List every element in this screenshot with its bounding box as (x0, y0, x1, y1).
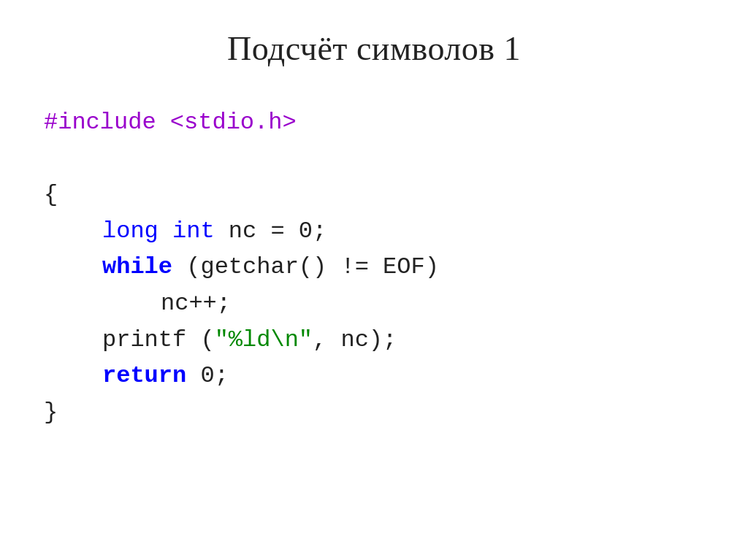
keyword-long: long (102, 218, 172, 245)
line-blank1 (44, 141, 439, 177)
keyword-while: while (102, 253, 172, 280)
line-include: #include <stdio.h> (44, 104, 439, 141)
close-brace: } (44, 399, 58, 426)
keyword-int: int (172, 218, 215, 245)
line-while: while (getchar() != EOF) (44, 249, 439, 285)
code-block: #include <stdio.h> { long int nc = 0; wh… (44, 104, 439, 430)
line-long-int: long int nc = 0; (44, 213, 439, 250)
line-close-brace: } (44, 394, 439, 431)
open-brace: { (44, 181, 58, 208)
nc-increment: nc++; (161, 290, 231, 317)
var-nc-decl: nc = 0; (215, 218, 327, 245)
while-condition: (getchar() != EOF) (172, 253, 439, 280)
printf-format-string: "%ld\n" (215, 326, 313, 353)
return-value: 0; (186, 362, 229, 389)
line-return: return 0; (44, 358, 439, 394)
printf-call-start: printf ( (102, 326, 215, 353)
line-printf: printf ("%ld\n", nc); (44, 322, 439, 358)
keyword-return: return (102, 362, 186, 389)
line-open-brace: { (44, 177, 439, 213)
page-title: Подсчёт символов 1 (227, 29, 521, 68)
include-directive: #include <stdio.h> (44, 109, 297, 136)
printf-call-end: , nc); (313, 326, 397, 353)
line-nc-plusplus: nc++; (44, 285, 439, 322)
